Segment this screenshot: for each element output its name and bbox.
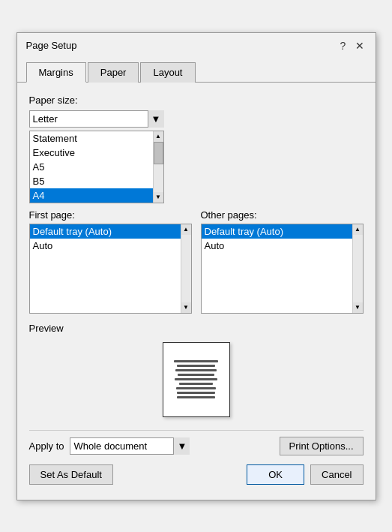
dropdown-item-a4[interactable]: A4 [30, 188, 153, 203]
first-page-scroll-track [181, 235, 191, 302]
preview-line-7 [176, 387, 216, 389]
scroll-down-btn[interactable]: ▼ [154, 192, 163, 203]
other-pages-list: Default tray (Auto) Auto ▲ ▼ [201, 224, 364, 314]
tab-layout-label: Layout [153, 67, 182, 78]
preview-line-5 [175, 378, 217, 380]
apply-combo[interactable]: Whole document This point forward ▼ [70, 437, 190, 455]
cancel-button[interactable]: Cancel [310, 464, 363, 485]
preview-line-9 [177, 396, 214, 398]
apply-row: Apply to Whole document This point forwa… [29, 437, 364, 455]
help-button[interactable]: ? [337, 39, 350, 53]
other-pages-item-1[interactable]: Auto [202, 239, 352, 253]
dialog-content: Paper size: Letter ▼ Statement Executive… [17, 83, 376, 500]
ok-button[interactable]: OK [247, 464, 304, 485]
paper-size-label: Paper size: [29, 95, 364, 106]
preview-line-3 [175, 369, 217, 371]
tab-layout[interactable]: Layout [140, 62, 195, 83]
tab-paper[interactable]: Paper [88, 62, 139, 83]
preview-label: Preview [29, 323, 364, 334]
preview-line-8 [177, 392, 216, 394]
scroll-up-btn[interactable]: ▲ [154, 131, 163, 142]
preview-page [163, 342, 230, 417]
other-pages-scroll-down[interactable]: ▼ [353, 302, 363, 313]
preview-line-6 [179, 383, 214, 385]
dropdown-item-statement[interactable]: Statement [30, 131, 153, 146]
tray-section: First page: Default tray (Auto) Auto ▲ ▼… [29, 209, 364, 314]
preview-line-4 [178, 374, 214, 376]
first-page-item-1[interactable]: Auto [30, 239, 181, 253]
first-page-list: Default tray (Auto) Auto ▲ ▼ [29, 224, 192, 314]
tab-margins[interactable]: Margins [26, 62, 86, 83]
title-bar: Page Setup ? ✕ [17, 33, 376, 53]
other-pages-col: Other pages: Default tray (Auto) Auto ▲ … [201, 209, 364, 314]
bottom-buttons: Set As Default OK Cancel [29, 464, 364, 491]
tab-bar: Margins Paper Layout [17, 56, 376, 83]
preview-section: Preview [29, 323, 364, 421]
other-pages-label: Other pages: [201, 209, 364, 221]
dropdown-item-executive[interactable]: Executive [30, 146, 153, 160]
paper-size-combo[interactable]: Letter ▼ [29, 110, 164, 128]
title-bar-controls: ? ✕ [337, 39, 367, 53]
preview-line-2 [177, 365, 216, 367]
set-as-default-button[interactable]: Set As Default [29, 464, 113, 485]
tab-paper-label: Paper [100, 67, 127, 78]
scroll-track [154, 142, 163, 192]
preview-box [29, 338, 364, 421]
first-page-scrollbar: ▲ ▼ [181, 224, 191, 313]
apply-select[interactable]: Whole document This point forward [70, 437, 190, 455]
tab-margins-label: Margins [39, 67, 73, 78]
first-page-col: First page: Default tray (Auto) Auto ▲ ▼ [29, 209, 192, 314]
first-page-scroll-down[interactable]: ▼ [181, 302, 191, 313]
dropdown-item-a5[interactable]: A5 [30, 160, 153, 174]
scroll-thumb [154, 142, 163, 164]
dropdown-list-inner: Statement Executive A5 B5 A4 ▲ ▼ [30, 131, 163, 203]
divider [29, 430, 364, 431]
other-pages-scroll-track [353, 235, 363, 302]
paper-size-row: Letter ▼ [29, 110, 364, 128]
page-setup-dialog: Page Setup ? ✕ Margins Paper Layout Pape… [16, 32, 376, 500]
first-page-scroll-up[interactable]: ▲ [181, 224, 191, 235]
first-page-item-0[interactable]: Default tray (Auto) [30, 224, 181, 239]
dialog-title: Page Setup [26, 40, 77, 51]
apply-label: Apply to [29, 440, 64, 452]
paper-size-select[interactable]: Letter [29, 110, 164, 128]
dropdown-item-b5[interactable]: B5 [30, 174, 153, 188]
paper-size-dropdown-list: Statement Executive A5 B5 A4 ▲ ▼ [29, 131, 164, 203]
dropdown-scrollbar: ▲ ▼ [153, 131, 163, 203]
other-pages-item-0[interactable]: Default tray (Auto) [202, 224, 352, 239]
other-pages-scroll-up[interactable]: ▲ [353, 224, 363, 235]
print-options-button[interactable]: Print Options... [280, 437, 364, 455]
other-pages-scrollbar: ▲ ▼ [352, 224, 363, 313]
close-button[interactable]: ✕ [353, 39, 367, 53]
first-page-label: First page: [29, 209, 192, 221]
preview-line-1 [174, 360, 218, 362]
